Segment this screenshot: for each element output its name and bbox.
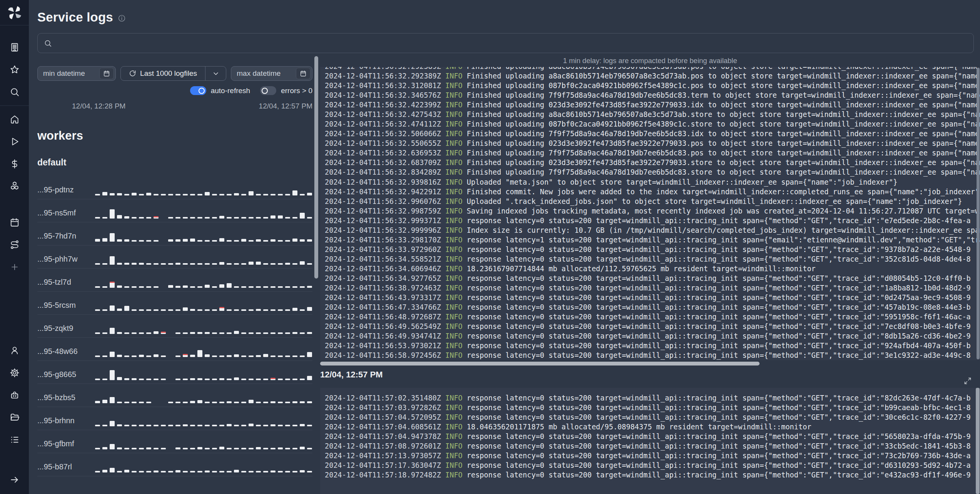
log-row: 2024-12-04T11:56:32.422399Z INFO Finishe… <box>325 100 980 110</box>
log-timestamp: 2024-12-04T11:57:04.947378Z <box>325 432 441 441</box>
sidebar-expand-button[interactable] <box>0 469 29 491</box>
min-datetime-field[interactable]: min datetime <box>37 66 116 81</box>
log-level: INFO <box>445 341 462 350</box>
log-timestamp: 2024-12-04T11:56:48.972687Z <box>325 312 441 322</box>
log-message: response latency=0 status=200 target=win… <box>467 331 971 341</box>
scrollbar-thumb[interactable] <box>320 362 760 365</box>
worker-row[interactable]: ...95-bzbs5 <box>37 384 312 407</box>
sidebar-item-user[interactable] <box>0 339 29 362</box>
log-message: Uploaded ".track_indexed_jobs.json" to o… <box>467 197 962 206</box>
log-timestamp: 2024-12-04T11:56:34.606946Z <box>325 264 441 274</box>
log-level: INFO <box>445 312 462 322</box>
log-timestamp: 2024-12-04T11:56:32.422399Z <box>325 100 441 110</box>
worker-row[interactable]: ...95-b87rl <box>37 453 312 476</box>
log-message: Finished uploading a8ac8610b5714eb796507… <box>467 71 980 81</box>
sidebar-item-schedules[interactable] <box>0 211 29 234</box>
log-timestamp: 2024-12-04T11:56:33.972960Z <box>325 245 441 254</box>
log-level: INFO <box>445 119 462 129</box>
worker-name: ...95-5rcsm <box>37 301 95 311</box>
sidebar-item-runs[interactable] <box>0 130 29 153</box>
sidebar-item-workspace[interactable] <box>0 36 29 58</box>
worker-row[interactable]: ...95-48w66 <box>37 338 312 361</box>
errors-only-label: errors > 0 <box>281 87 312 95</box>
scrollbar-thumb[interactable] <box>314 56 318 279</box>
refresh-icon <box>129 70 136 77</box>
main-area: Service logs min datetime <box>29 0 980 494</box>
log-message: response latency=0 status=200 target=win… <box>467 274 971 283</box>
logfiles-dropdown-button[interactable] <box>205 67 226 80</box>
min-datetime-calendar-button[interactable] <box>99 68 114 79</box>
log-timestamp: 2024-12-04T11:57:08.972601Z <box>325 441 441 451</box>
range-start-label: 12/04, 12:28 PM <box>72 102 125 110</box>
log-row: 2024-12-04T11:56:32.942291Z INFO Finishe… <box>325 187 980 197</box>
sidebar-item-resources[interactable] <box>0 175 29 197</box>
log-message: Index size is currently: 10.7 GB (in /tm… <box>467 225 980 235</box>
errors-only-toggle[interactable] <box>260 86 276 95</box>
log-message: response latency=1 status=200 target=win… <box>467 235 980 245</box>
worker-name: ...95-zqkt9 <box>37 324 95 334</box>
worker-name: ...95-7hd7n <box>37 232 95 242</box>
log-timestamp: 2024-12-04T11:56:34.927765Z <box>325 274 441 283</box>
worker-row[interactable]: ...95-5rcsm <box>37 292 312 315</box>
info-icon[interactable] <box>118 14 126 22</box>
sidebar-item-home[interactable] <box>0 108 29 130</box>
logfiles-select: Last 1000 logfiles <box>120 66 227 81</box>
worker-row[interactable]: ...95-7hd7n <box>37 222 312 245</box>
worker-row[interactable]: ...95-gfbmf <box>37 430 312 453</box>
worker-activity-chart <box>95 416 312 426</box>
log-row: 2024-12-04T11:57:04.947378Z INFO respons… <box>325 432 980 441</box>
home-icon <box>10 114 20 124</box>
sidebar-item-search[interactable] <box>0 81 29 103</box>
worker-row[interactable]: ...95-phh7w <box>37 245 312 269</box>
worker-row[interactable]: ...95-g8665 <box>37 361 312 384</box>
log-timestamp: 2024-12-04T11:56:47.334766Z <box>325 302 441 312</box>
worker-row[interactable]: ...95-brhnn <box>37 407 312 430</box>
clipped-log-row: 2024-12-04T11:56:32.292389Z INFO Finishe… <box>325 67 980 71</box>
worker-row[interactable]: ...95-ns5mf <box>37 199 312 222</box>
sidebar-item-workers[interactable] <box>0 384 29 406</box>
sidebar-item-settings[interactable] <box>0 362 29 384</box>
log-message: response latency=0 status=200 target=win… <box>467 293 971 302</box>
log-timestamp: 2024-12-04T11:56:33.298170Z <box>325 235 441 245</box>
max-datetime-field[interactable]: max datetime <box>231 66 312 81</box>
log-message: response latency=0 status=200 target=win… <box>467 412 971 422</box>
log-vertical-scrollbar[interactable] <box>977 68 980 359</box>
sidebar-item-favorites[interactable] <box>0 58 29 81</box>
log-level: INFO <box>445 197 462 206</box>
log-level: INFO <box>445 274 462 283</box>
worker-row[interactable]: ...95-zqkt9 <box>37 315 312 338</box>
sidebar-item-folders[interactable] <box>0 406 29 429</box>
max-datetime-calendar-button[interactable] <box>296 68 311 79</box>
auto-refresh-toggle[interactable] <box>190 86 206 95</box>
arrow-right-icon <box>10 475 20 485</box>
log-vertical-scrollbar[interactable] <box>976 388 980 494</box>
sidebar-item-add[interactable] <box>0 256 29 278</box>
worker-row[interactable]: ...95-tzl7d <box>37 269 312 292</box>
log-timestamp: 2024-12-04T11:56:32.550655Z <box>325 139 441 148</box>
search-bar[interactable] <box>37 33 974 53</box>
windmill-logo[interactable] <box>0 0 29 25</box>
search-input[interactable] <box>56 39 967 47</box>
sidebar-item-variables[interactable] <box>0 153 29 175</box>
log-level: INFO <box>445 264 462 274</box>
sidebar-item-logs[interactable] <box>0 429 29 451</box>
log-message: response latency=0 status=200 target=win… <box>467 283 971 293</box>
log-level: INFO <box>445 245 462 254</box>
folder-icon <box>10 412 20 422</box>
worker-group-heading: default <box>37 157 312 168</box>
log-message: Finished uploading 7f9f75d8a9ac46a78d19d… <box>467 167 980 177</box>
worker-row[interactable]: ...95-pdtnz <box>37 176 312 199</box>
log-level: INFO <box>445 422 462 432</box>
list-icon <box>10 435 20 445</box>
log-level: INFO <box>445 187 462 197</box>
expand-button[interactable] <box>964 377 972 385</box>
log-row: 2024-12-04T11:56:32.834289Z INFO Finishe… <box>325 167 980 177</box>
log-row: 2024-12-04T11:56:49.934741Z INFO respons… <box>325 331 980 341</box>
log-level: INFO <box>445 331 462 341</box>
logfiles-refresh-button[interactable]: Last 1000 logfiles <box>121 67 205 80</box>
calendar-icon <box>10 217 20 227</box>
log-timestamp: 2024-12-04T11:56:32.636953Z <box>325 148 441 158</box>
log-row: 2024-12-04T11:56:32.683709Z INFO Finishe… <box>325 158 980 167</box>
sidebar-item-flows[interactable] <box>0 234 29 256</box>
log-timestamp: 2024-12-04T11:57:13.973057Z <box>325 451 441 461</box>
